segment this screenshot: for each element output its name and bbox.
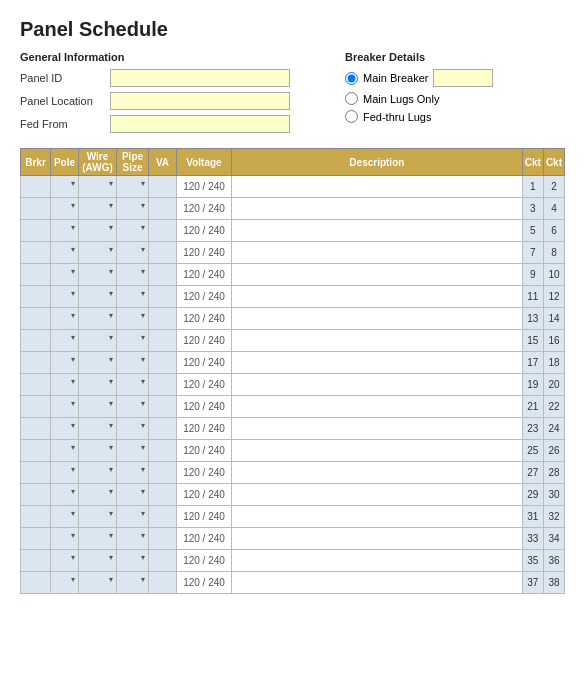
va-input[interactable] (150, 398, 175, 416)
pipe-select[interactable]: 1/2"3/4"1"1-1/4"1-1/2"2" (118, 310, 147, 328)
pole-select[interactable]: 123 (52, 508, 77, 526)
wire-select[interactable]: 141210864211/02/03/04/0 (80, 552, 115, 570)
pole-select[interactable]: 123 (52, 266, 77, 284)
pipe-select[interactable]: 1/2"3/4"1"1-1/4"1-1/2"2" (118, 420, 147, 438)
pipe-select[interactable]: 1/2"3/4"1"1-1/4"1-1/2"2" (118, 332, 147, 350)
wire-select[interactable]: 141210864211/02/03/04/0 (80, 332, 115, 350)
description-input[interactable] (233, 552, 521, 570)
description-input[interactable] (233, 442, 521, 460)
wire-select[interactable]: 141210864211/02/03/04/0 (80, 354, 115, 372)
pole-select[interactable]: 123 (52, 574, 77, 592)
panel-location-input[interactable] (110, 92, 290, 110)
brkr-input[interactable] (22, 310, 49, 328)
description-input[interactable] (233, 530, 521, 548)
brkr-input[interactable] (22, 420, 49, 438)
main-lugs-radio[interactable] (345, 92, 358, 105)
pipe-select[interactable]: 1/2"3/4"1"1-1/4"1-1/2"2" (118, 200, 147, 218)
pole-select[interactable]: 123 (52, 178, 77, 196)
wire-select[interactable]: 141210864211/02/03/04/0 (80, 530, 115, 548)
pipe-select[interactable]: 1/2"3/4"1"1-1/4"1-1/2"2" (118, 398, 147, 416)
brkr-input[interactable] (22, 266, 49, 284)
description-input[interactable] (233, 266, 521, 284)
pipe-select[interactable]: 1/2"3/4"1"1-1/4"1-1/2"2" (118, 530, 147, 548)
pole-select[interactable]: 123 (52, 332, 77, 350)
pole-select[interactable]: 123 (52, 530, 77, 548)
wire-select[interactable]: 141210864211/02/03/04/0 (80, 464, 115, 482)
brkr-input[interactable] (22, 288, 49, 306)
va-input[interactable] (150, 266, 175, 284)
wire-select[interactable]: 141210864211/02/03/04/0 (80, 398, 115, 416)
main-breaker-radio[interactable] (345, 72, 358, 85)
brkr-input[interactable] (22, 354, 49, 372)
brkr-input[interactable] (22, 574, 49, 592)
pipe-select[interactable]: 1/2"3/4"1"1-1/4"1-1/2"2" (118, 222, 147, 240)
pole-select[interactable]: 123 (52, 200, 77, 218)
wire-select[interactable]: 141210864211/02/03/04/0 (80, 288, 115, 306)
wire-select[interactable]: 141210864211/02/03/04/0 (80, 420, 115, 438)
pole-select[interactable]: 123 (52, 310, 77, 328)
va-input[interactable] (150, 464, 175, 482)
wire-select[interactable]: 141210864211/02/03/04/0 (80, 310, 115, 328)
va-input[interactable] (150, 288, 175, 306)
pole-select[interactable]: 123 (52, 420, 77, 438)
description-input[interactable] (233, 200, 521, 218)
wire-select[interactable]: 141210864211/02/03/04/0 (80, 442, 115, 460)
panel-id-input[interactable] (110, 69, 290, 87)
brkr-input[interactable] (22, 530, 49, 548)
brkr-input[interactable] (22, 200, 49, 218)
pole-select[interactable]: 123 (52, 486, 77, 504)
brkr-input[interactable] (22, 376, 49, 394)
description-input[interactable] (233, 508, 521, 526)
pole-select[interactable]: 123 (52, 552, 77, 570)
pole-select[interactable]: 123 (52, 288, 77, 306)
brkr-input[interactable] (22, 486, 49, 504)
va-input[interactable] (150, 244, 175, 262)
brkr-input[interactable] (22, 398, 49, 416)
pipe-select[interactable]: 1/2"3/4"1"1-1/4"1-1/2"2" (118, 288, 147, 306)
wire-select[interactable]: 141210864211/02/03/04/0 (80, 508, 115, 526)
pipe-select[interactable]: 1/2"3/4"1"1-1/4"1-1/2"2" (118, 508, 147, 526)
wire-select[interactable]: 141210864211/02/03/04/0 (80, 266, 115, 284)
pipe-select[interactable]: 1/2"3/4"1"1-1/4"1-1/2"2" (118, 376, 147, 394)
description-input[interactable] (233, 376, 521, 394)
va-input[interactable] (150, 200, 175, 218)
description-input[interactable] (233, 332, 521, 350)
va-input[interactable] (150, 178, 175, 196)
pipe-select[interactable]: 1/2"3/4"1"1-1/4"1-1/2"2" (118, 574, 147, 592)
va-input[interactable] (150, 332, 175, 350)
brkr-input[interactable] (22, 222, 49, 240)
va-input[interactable] (150, 486, 175, 504)
pole-select[interactable]: 123 (52, 376, 77, 394)
description-input[interactable] (233, 464, 521, 482)
va-input[interactable] (150, 552, 175, 570)
pole-select[interactable]: 123 (52, 222, 77, 240)
pipe-select[interactable]: 1/2"3/4"1"1-1/4"1-1/2"2" (118, 244, 147, 262)
va-input[interactable] (150, 530, 175, 548)
wire-select[interactable]: 141210864211/02/03/04/0 (80, 244, 115, 262)
description-input[interactable] (233, 398, 521, 416)
description-input[interactable] (233, 420, 521, 438)
brkr-input[interactable] (22, 464, 49, 482)
pipe-select[interactable]: 1/2"3/4"1"1-1/4"1-1/2"2" (118, 486, 147, 504)
va-input[interactable] (150, 376, 175, 394)
pole-select[interactable]: 123 (52, 464, 77, 482)
main-breaker-input[interactable] (433, 69, 493, 87)
wire-select[interactable]: 141210864211/02/03/04/0 (80, 574, 115, 592)
wire-select[interactable]: 141210864211/02/03/04/0 (80, 486, 115, 504)
brkr-input[interactable] (22, 442, 49, 460)
va-input[interactable] (150, 574, 175, 592)
description-input[interactable] (233, 222, 521, 240)
description-input[interactable] (233, 310, 521, 328)
brkr-input[interactable] (22, 552, 49, 570)
fed-from-input[interactable] (110, 115, 290, 133)
wire-select[interactable]: 141210864211/02/03/04/0 (80, 178, 115, 196)
pipe-select[interactable]: 1/2"3/4"1"1-1/4"1-1/2"2" (118, 178, 147, 196)
description-input[interactable] (233, 486, 521, 504)
description-input[interactable] (233, 178, 521, 196)
wire-select[interactable]: 141210864211/02/03/04/0 (80, 200, 115, 218)
pipe-select[interactable]: 1/2"3/4"1"1-1/4"1-1/2"2" (118, 442, 147, 460)
brkr-input[interactable] (22, 244, 49, 262)
wire-select[interactable]: 141210864211/02/03/04/0 (80, 376, 115, 394)
wire-select[interactable]: 141210864211/02/03/04/0 (80, 222, 115, 240)
description-input[interactable] (233, 288, 521, 306)
